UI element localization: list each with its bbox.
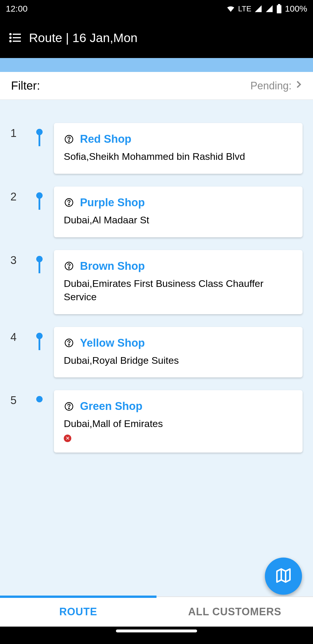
lte-label: LTE bbox=[238, 4, 252, 13]
battery-percent: 100% bbox=[285, 4, 307, 14]
pending-label: Pending: bbox=[250, 80, 292, 92]
content-area: Filter: Pending: 1 Red Shop bbox=[0, 58, 313, 635]
help-circle-icon bbox=[64, 134, 74, 144]
svg-point-6 bbox=[9, 40, 12, 42]
shop-name: Yellow Shop bbox=[80, 337, 145, 349]
shop-address: Dubai,Mall of Emirates bbox=[64, 417, 293, 430]
timeline-dot-icon bbox=[36, 129, 43, 135]
svg-rect-5 bbox=[13, 37, 21, 38]
map-icon bbox=[275, 567, 292, 585]
help-circle-icon bbox=[64, 197, 74, 208]
help-circle-icon bbox=[64, 261, 74, 271]
route-item[interactable]: 4 Yellow Shop Dubai,Royal Bridge Suites bbox=[10, 327, 303, 378]
shop-address: Sofia,Sheikh Mohammed bin Rashid Blvd bbox=[64, 150, 293, 163]
shop-name: Brown Shop bbox=[80, 260, 145, 272]
svg-rect-3 bbox=[13, 34, 21, 35]
svg-point-13 bbox=[69, 268, 70, 269]
signal-icon-2 bbox=[265, 5, 273, 13]
svg-point-17 bbox=[69, 408, 70, 409]
timeline-dot-icon bbox=[36, 396, 43, 402]
route-card[interactable]: Brown Shop Dubai,Emirates First Business… bbox=[54, 250, 303, 314]
status-bar: 12:00 LTE 100% bbox=[0, 0, 313, 17]
help-circle-icon bbox=[64, 401, 74, 412]
route-index: 5 bbox=[10, 390, 34, 407]
shop-address: Dubai,Al Madaar St bbox=[64, 214, 293, 227]
route-card[interactable]: Purple Shop Dubai,Al Madaar St bbox=[54, 187, 303, 237]
home-indicator[interactable] bbox=[116, 629, 197, 632]
route-item[interactable]: 2 Purple Shop Dubai,Al Madaar St bbox=[10, 187, 303, 237]
route-card[interactable]: Yellow Shop Dubai,Royal Bridge Suites bbox=[54, 327, 303, 378]
shop-name: Red Shop bbox=[80, 133, 131, 145]
route-list: 1 Red Shop Sofia,Sheikh Mohammed bin Ras… bbox=[0, 100, 313, 599]
svg-rect-1 bbox=[278, 4, 280, 5]
shop-address: Dubai,Emirates First Business Class Chau… bbox=[64, 277, 293, 304]
bottom-tabs: ROUTE ALL CUSTOMERS bbox=[0, 596, 313, 627]
signal-icon bbox=[254, 5, 262, 13]
tab-route-label: ROUTE bbox=[59, 606, 97, 618]
shop-name: Green Shop bbox=[80, 400, 142, 413]
status-time: 12:00 bbox=[6, 4, 28, 14]
svg-point-11 bbox=[69, 204, 70, 205]
svg-point-9 bbox=[69, 141, 70, 142]
route-item[interactable]: 5 Green Shop Dubai,Mall of Emirates ✕ bbox=[10, 390, 303, 453]
info-strip bbox=[0, 58, 313, 72]
route-index: 4 bbox=[10, 327, 34, 343]
route-item[interactable]: 3 Brown Shop Dubai,Emirates First Busine… bbox=[10, 250, 303, 314]
route-card[interactable]: Green Shop Dubai,Mall of Emirates ✕ bbox=[54, 390, 303, 453]
map-fab[interactable] bbox=[265, 558, 302, 595]
tab-route[interactable]: ROUTE bbox=[0, 597, 156, 627]
shop-address: Dubai,Royal Bridge Suites bbox=[64, 354, 293, 367]
menu-icon[interactable] bbox=[7, 30, 23, 46]
svg-rect-7 bbox=[13, 41, 21, 42]
route-index: 1 bbox=[10, 123, 34, 140]
timeline-dot-icon bbox=[36, 333, 43, 339]
status-right-cluster: LTE 100% bbox=[226, 4, 307, 14]
tab-all-customers[interactable]: ALL CUSTOMERS bbox=[156, 597, 313, 627]
pending-button[interactable]: Pending: bbox=[250, 79, 304, 92]
filter-label: Filter: bbox=[11, 79, 40, 92]
timeline-dot-icon bbox=[36, 256, 43, 262]
shop-name: Purple Shop bbox=[80, 196, 145, 209]
error-badge: ✕ bbox=[64, 435, 293, 442]
svg-marker-18 bbox=[277, 569, 290, 582]
error-icon: ✕ bbox=[64, 435, 71, 442]
wifi-icon bbox=[226, 4, 235, 13]
svg-point-15 bbox=[69, 344, 70, 345]
route-card[interactable]: Red Shop Sofia,Sheikh Mohammed bin Rashi… bbox=[54, 123, 303, 174]
svg-point-4 bbox=[9, 37, 12, 39]
filter-row: Filter: Pending: bbox=[0, 72, 313, 100]
svg-point-2 bbox=[9, 33, 12, 35]
app-bar: Route | 16 Jan,Mon bbox=[0, 17, 313, 58]
chevron-right-icon bbox=[293, 79, 304, 92]
svg-rect-0 bbox=[277, 5, 281, 13]
timeline-dot-icon bbox=[36, 192, 43, 199]
route-index: 2 bbox=[10, 187, 34, 203]
route-index: 3 bbox=[10, 250, 34, 267]
help-circle-icon bbox=[64, 338, 74, 348]
route-item[interactable]: 1 Red Shop Sofia,Sheikh Mohammed bin Ras… bbox=[10, 123, 303, 174]
tab-all-customers-label: ALL CUSTOMERS bbox=[188, 606, 281, 618]
battery-icon bbox=[276, 4, 282, 13]
page-title: Route | 16 Jan,Mon bbox=[29, 31, 138, 45]
system-nav-bar bbox=[0, 627, 313, 635]
